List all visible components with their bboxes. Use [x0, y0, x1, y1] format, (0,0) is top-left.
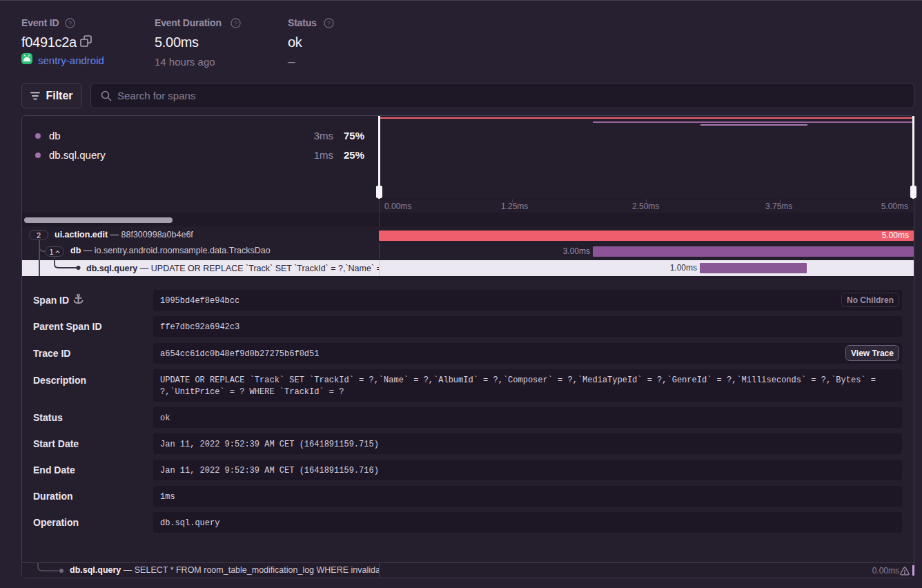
svg-text:?: ? [234, 20, 237, 27]
svg-text:?: ? [68, 20, 72, 27]
svg-text:?: ? [327, 20, 331, 27]
